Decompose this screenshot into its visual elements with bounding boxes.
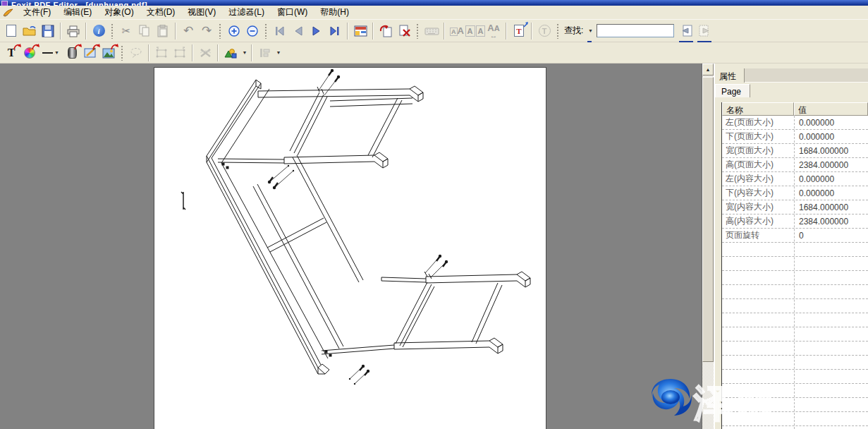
lasso-tool-button[interactable]	[127, 44, 145, 62]
chevron-down-icon: ▼	[243, 50, 247, 55]
separator	[372, 23, 374, 40]
menu-window[interactable]: 窗口(W)	[271, 5, 314, 20]
cut-button[interactable]: ✂	[117, 22, 135, 40]
page-layout-button[interactable]	[351, 22, 369, 40]
replace-font-button[interactable]: AA	[448, 22, 466, 40]
find-prev-button[interactable]	[677, 22, 695, 40]
blue-arrow-icon	[522, 21, 530, 28]
separator	[60, 23, 61, 40]
table-row[interactable]: 下(页面大小)0.000000	[722, 130, 868, 144]
add-text-object-button[interactable]: T	[510, 22, 528, 40]
add-text-tool-button[interactable]: T	[2, 44, 20, 62]
scroll-up-button[interactable]: ▲	[702, 64, 714, 75]
window-title: Foxit PDF Editor - [dunhuang.pdf]	[11, 1, 147, 6]
document-info-icon: i	[93, 25, 105, 37]
separator	[531, 23, 532, 40]
properties-panel: 属性 Page 名称 值 左(页面大小)0.000000 下(页面大小)0.00…	[714, 64, 868, 429]
find-previous-icon	[680, 25, 693, 37]
transform-next-button[interactable]	[171, 44, 189, 62]
menu-object[interactable]: 对象(O)	[98, 5, 140, 20]
cut-scissors-icon: ✂	[122, 25, 131, 36]
shapes-tool-button[interactable]	[221, 44, 240, 62]
find-dropdown[interactable]: ▼	[585, 22, 594, 40]
separator	[175, 23, 176, 40]
find-next-button[interactable]	[695, 22, 714, 40]
document-menu-icon	[3, 7, 14, 18]
separator	[444, 23, 445, 40]
menu-view[interactable]: 视图(V)	[181, 5, 222, 20]
first-page-button[interactable]	[271, 22, 289, 40]
menu-filter[interactable]: 过滤器(L)	[222, 5, 271, 20]
zoom-in-button[interactable]	[225, 22, 243, 40]
table-row[interactable]: 宽(内容大小)1684.000000	[722, 200, 868, 214]
column-divider	[794, 116, 795, 429]
next-page-button[interactable]	[307, 22, 326, 40]
add-image-tool-button[interactable]	[99, 44, 118, 62]
table-row[interactable]: 下(内容大小)0.000000	[722, 186, 868, 200]
prev-page-button[interactable]	[289, 22, 307, 40]
info-button[interactable]: i	[90, 22, 108, 40]
chevron-down-icon: ▼	[54, 50, 59, 55]
redo-button[interactable]: ↷	[197, 22, 216, 40]
table-row[interactable]: 高(页面大小)2384.000000	[722, 158, 868, 172]
document-canvas[interactable]	[0, 64, 702, 429]
watermark-text: 泽网	[694, 378, 778, 429]
table-row[interactable]: 左(页面大小)0.000000	[722, 116, 868, 130]
menu-edit[interactable]: 编辑(E)	[57, 5, 98, 20]
insert-page-button[interactable]	[377, 22, 395, 40]
align-tool-button[interactable]	[255, 44, 274, 62]
match-font-button[interactable]: AA	[466, 22, 484, 40]
tab-page[interactable]: Page	[715, 84, 750, 97]
table-row[interactable]: 页面旋转0	[722, 229, 868, 243]
pdf-page[interactable]	[154, 67, 546, 429]
new-button[interactable]	[2, 22, 20, 40]
header-value[interactable]: 值	[794, 102, 868, 116]
scrollbar-thumb[interactable]	[702, 77, 714, 362]
undo-icon: ↶	[183, 25, 193, 37]
find-input[interactable]	[597, 24, 674, 37]
menu-document[interactable]: 文档(D)	[140, 5, 182, 20]
zoom-out-button[interactable]	[243, 22, 262, 40]
transform-prev-button[interactable]	[152, 44, 171, 62]
copy-button[interactable]	[135, 22, 154, 40]
toolbar-main: i ✂ ↶ ↷ AA AA	[0, 20, 868, 42]
shapes-dropdown[interactable]: ▼	[240, 44, 248, 62]
save-button[interactable]	[39, 22, 57, 40]
new-document-icon	[6, 25, 16, 37]
print-button[interactable]	[64, 22, 82, 40]
table-row[interactable]: 左(内容大小)0.000000	[722, 172, 868, 186]
title-bar: Foxit PDF Editor - [dunhuang.pdf]	[0, 0, 868, 6]
gradient-tool-button[interactable]	[63, 44, 81, 62]
delete-page-button[interactable]	[395, 22, 413, 40]
previous-page-icon	[293, 26, 303, 36]
vertical-scrollbar[interactable]: ▲	[702, 64, 714, 429]
line-icon	[42, 52, 53, 54]
table-row[interactable]: 高(内容大小)2384.000000	[722, 214, 868, 229]
copy-icon	[138, 25, 151, 37]
separator	[192, 44, 193, 61]
next-page-icon	[312, 26, 322, 36]
menu-file[interactable]: 文件(F)	[17, 5, 57, 20]
delete-object-button[interactable]	[196, 44, 214, 62]
edit-image-tool-button[interactable]	[81, 44, 99, 62]
header-name[interactable]: 名称	[722, 102, 794, 116]
tab-properties[interactable]: 属性	[715, 68, 745, 83]
app-icon	[1, 1, 8, 6]
insert-page-icon	[379, 24, 393, 37]
menu-help[interactable]: 帮助(H)	[314, 5, 355, 20]
align-dropdown[interactable]: ▼	[274, 44, 282, 62]
toolbar-grip	[264, 23, 268, 39]
text-circle-button[interactable]: T	[535, 22, 554, 40]
fit-text-button[interactable]: AA↔	[484, 22, 503, 40]
toolbar-edit: T ▼ ▼ ▼	[0, 42, 868, 64]
keyboard-button[interactable]	[422, 22, 441, 40]
line-tool-button[interactable]: ▼	[39, 44, 63, 62]
last-page-button[interactable]	[326, 22, 344, 40]
add-color-tool-button[interactable]	[20, 44, 39, 62]
undo-button[interactable]: ↶	[179, 22, 197, 40]
chevron-down-icon: ▼	[588, 28, 593, 33]
table-row[interactable]: 宽(页面大小)1684.000000	[722, 144, 868, 158]
open-button[interactable]	[20, 22, 39, 40]
paste-button[interactable]	[154, 22, 172, 40]
first-page-icon	[274, 26, 286, 36]
